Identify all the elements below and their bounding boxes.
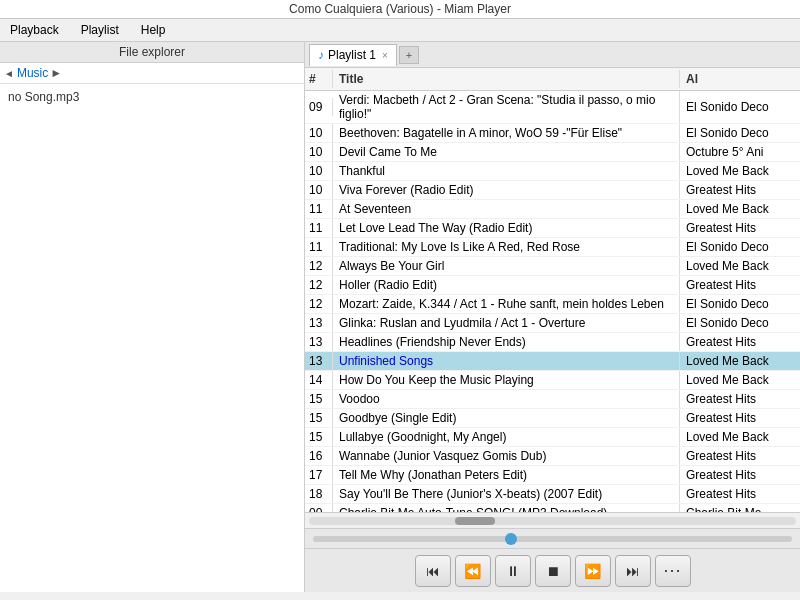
playlist-tab-icon: ♪	[318, 48, 324, 62]
row-title: How Do You Keep the Music Playing	[333, 371, 680, 389]
row-num: 10	[305, 162, 333, 180]
row-album: Loved Me Back	[680, 257, 800, 275]
row-album: El Sonido Deco	[680, 295, 800, 313]
menu-playlist[interactable]: Playlist	[75, 21, 125, 39]
row-album: Loved Me Back	[680, 428, 800, 446]
table-row[interactable]: 00Charlie Bit Me Auto-Tune SONG! (MP3 Do…	[305, 504, 800, 512]
table-row[interactable]: 10Devil Came To MeOctubre 5° Ani	[305, 143, 800, 162]
table-row[interactable]: 11At SeventeenLoved Me Back	[305, 200, 800, 219]
row-album: Greatest Hits	[680, 409, 800, 427]
row-album: Greatest Hits	[680, 447, 800, 465]
table-row[interactable]: 18Say You'll Be There (Junior's X-beats)…	[305, 485, 800, 504]
breadcrumb-music[interactable]: Music	[17, 66, 48, 80]
row-title: Thankful	[333, 162, 680, 180]
table-row[interactable]: 12Holler (Radio Edit)Greatest Hits	[305, 276, 800, 295]
row-title: Let Love Lead The Way (Radio Edit)	[333, 219, 680, 237]
row-num: 12	[305, 295, 333, 313]
breadcrumb: ◄ Music ►	[0, 63, 304, 84]
row-title: Tell Me Why (Jonathan Peters Edit)	[333, 466, 680, 484]
prev-track-button[interactable]: ⏮	[415, 555, 451, 587]
row-num: 18	[305, 485, 333, 503]
rewind-button[interactable]: ⏪	[455, 555, 491, 587]
row-title-link[interactable]: Unfinished Songs	[339, 354, 433, 368]
table-row[interactable]: 15VoodooGreatest Hits	[305, 390, 800, 409]
table-row[interactable]: 13Headlines (Friendship Never Ends)Great…	[305, 333, 800, 352]
title-bar: Como Cualquiera (Various) - Miam Player	[0, 0, 800, 19]
options-button[interactable]: ···	[655, 555, 691, 587]
row-num: 10	[305, 124, 333, 142]
progress-thumb[interactable]	[505, 533, 517, 545]
row-title: Viva Forever (Radio Edit)	[333, 181, 680, 199]
row-num: 15	[305, 390, 333, 408]
tab-bar: ♪ Playlist 1 × +	[305, 42, 800, 68]
row-album: Loved Me Back	[680, 200, 800, 218]
horizontal-scrollbar[interactable]	[305, 512, 800, 528]
table-row[interactable]: 12Always Be Your GirlLoved Me Back	[305, 257, 800, 276]
table-row[interactable]: 11Traditional: My Love Is Like A Red, Re…	[305, 238, 800, 257]
row-title: Always Be Your Girl	[333, 257, 680, 275]
row-title: Goodbye (Single Edit)	[333, 409, 680, 427]
tab-close-button[interactable]: ×	[382, 50, 388, 61]
table-row[interactable]: 13Unfinished SongsLoved Me Back	[305, 352, 800, 371]
row-num: 14	[305, 371, 333, 389]
row-num: 11	[305, 200, 333, 218]
menu-playback[interactable]: Playback	[4, 21, 65, 39]
row-num: 10	[305, 181, 333, 199]
row-num: 13	[305, 314, 333, 332]
file-item[interactable]: no Song.mp3	[4, 88, 300, 106]
table-row[interactable]: 16Wannabe (Junior Vasquez Gomis Dub)Grea…	[305, 447, 800, 466]
table-row[interactable]: 12Mozart: Zaide, K.344 / Act 1 - Ruhe sa…	[305, 295, 800, 314]
pause-button[interactable]: ⏸	[495, 555, 531, 587]
table-row[interactable]: 10ThankfulLoved Me Back	[305, 162, 800, 181]
row-num: 12	[305, 257, 333, 275]
row-num: 15	[305, 428, 333, 446]
table-row[interactable]: 15Goodbye (Single Edit)Greatest Hits	[305, 409, 800, 428]
row-title: Voodoo	[333, 390, 680, 408]
row-album: Loved Me Back	[680, 162, 800, 180]
row-album: Octubre 5° Ani	[680, 143, 800, 161]
table-row[interactable]: 10Beethoven: Bagatelle in A minor, WoO 5…	[305, 124, 800, 143]
col-header-num: #	[305, 70, 333, 88]
table-row[interactable]: 15Lullabye (Goodnight, My Angel)Loved Me…	[305, 428, 800, 447]
table-body: 09Verdi: Macbeth / Act 2 - Gran Scena: "…	[305, 91, 800, 512]
main-layout: File explorer ◄ Music ► no Song.mp3 ♪ Pl…	[0, 42, 800, 592]
row-album: Greatest Hits	[680, 485, 800, 503]
row-title: Unfinished Songs	[333, 352, 680, 370]
row-num: 15	[305, 409, 333, 427]
table-row[interactable]: 10Viva Forever (Radio Edit)Greatest Hits	[305, 181, 800, 200]
row-album: Greatest Hits	[680, 276, 800, 294]
row-title: Glinka: Ruslan and Lyudmila / Act 1 - Ov…	[333, 314, 680, 332]
progress-track[interactable]	[313, 536, 792, 542]
row-album: Loved Me Back	[680, 371, 800, 389]
stop-button[interactable]: ⏹	[535, 555, 571, 587]
menu-help[interactable]: Help	[135, 21, 172, 39]
next-track-button[interactable]: ⏭	[615, 555, 651, 587]
table-row[interactable]: 13Glinka: Ruslan and Lyudmila / Act 1 - …	[305, 314, 800, 333]
playback-controls: ⏮ ⏪ ⏸ ⏹ ⏩ ⏭ ···	[305, 548, 800, 592]
menu-bar: Playback Playlist Help	[0, 19, 800, 42]
breadcrumb-separator: ►	[50, 66, 62, 80]
row-title: Charlie Bit Me Auto-Tune SONG! (MP3 Down…	[333, 504, 680, 512]
row-album: El Sonido Deco	[680, 124, 800, 142]
row-title: Lullabye (Goodnight, My Angel)	[333, 428, 680, 446]
table-row[interactable]: 17Tell Me Why (Jonathan Peters Edit)Grea…	[305, 466, 800, 485]
row-num: 13	[305, 333, 333, 351]
progress-area[interactable]	[305, 528, 800, 548]
row-title: Devil Came To Me	[333, 143, 680, 161]
table-row[interactable]: 11Let Love Lead The Way (Radio Edit)Grea…	[305, 219, 800, 238]
table-row[interactable]: 09Verdi: Macbeth / Act 2 - Gran Scena: "…	[305, 91, 800, 124]
file-list: no Song.mp3	[0, 84, 304, 592]
table-row[interactable]: 14How Do You Keep the Music PlayingLoved…	[305, 371, 800, 390]
row-num: 13	[305, 352, 333, 370]
playlist-tab[interactable]: ♪ Playlist 1 ×	[309, 44, 397, 66]
scroll-track[interactable]	[309, 517, 796, 525]
playlist-table: # Title Al 09Verdi: Macbeth / Act 2 - Gr…	[305, 68, 800, 512]
row-num: 11	[305, 238, 333, 256]
row-num: 10	[305, 143, 333, 161]
fast-forward-button[interactable]: ⏩	[575, 555, 611, 587]
row-album: Greatest Hits	[680, 219, 800, 237]
scroll-thumb[interactable]	[455, 517, 495, 525]
breadcrumb-back-icon[interactable]: ◄	[4, 68, 14, 79]
tab-add-button[interactable]: +	[399, 46, 419, 64]
row-num: 16	[305, 447, 333, 465]
